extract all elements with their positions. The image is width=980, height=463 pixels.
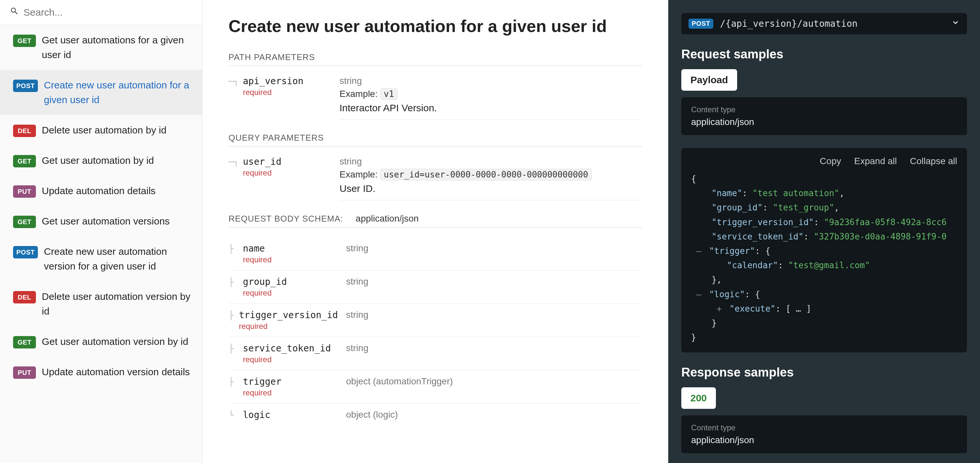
schema-row[interactable]: ├trigger_version_idrequired string [229,304,642,337]
sidebar-item-delete-version[interactable]: DEL Delete user automation version by id [0,281,202,326]
required-label: required [243,289,287,298]
sidebar-item-delete-automation[interactable]: DEL Delete user automation by id [0,115,202,145]
sidebar-item-get-version[interactable]: GET Get user automation version by id [0,326,202,357]
endpoint-label: Get user automation version by id [42,334,192,349]
sidebar-list: GET Get user automations for a given use… [0,25,202,463]
sidebar-item-update-automation[interactable]: PUT Update automation details [0,176,202,206]
param-desc: Interactor API Version. [339,103,642,120]
example-code: user_id=user-0000-0000-0000-000000000000 [380,169,592,181]
body-schema-head: REQUEST BODY SCHEMA: application/json [229,213,642,227]
search-icon [10,6,19,18]
param-type: string [346,276,368,287]
param-name: name [243,243,265,254]
content-type-card: Content type application/json [681,97,967,135]
param-type: string [339,76,642,86]
copy-button[interactable]: Copy [820,156,841,166]
response-200-tab[interactable]: 200 [681,387,716,409]
example-label: Example: [339,169,378,179]
sidebar-item-get-versions[interactable]: GET Get user automation versions [0,206,202,236]
query-param-row: ─┐ user_id required string Example: user… [229,156,642,200]
method-badge: POST [13,246,38,258]
method-badge: PUT [13,186,36,198]
schema-row[interactable]: ├namerequired string [229,237,642,271]
param-name: trigger [243,376,282,387]
endpoint-label: Create new user automation version for a… [44,244,192,273]
method-badge: GET [13,336,36,349]
tree-mark-icon: ├ [229,376,238,387]
param-name: user_id [243,156,282,167]
endpoint-label: Update automation details [42,183,192,198]
tree-mark-icon: ├ [229,343,238,354]
endpoint-label: Create new user automation for a given u… [44,78,192,107]
param-name: trigger_version_id [239,310,338,320]
param-type: object (logic) [346,409,398,420]
body-schema-ct: application/json [356,213,419,224]
content-type-value: application/json [691,435,957,446]
sidebar: GET Get user automations for a given use… [0,0,202,463]
query-parameters-head: QUERY PARAMETERS [229,133,642,146]
search-input[interactable] [24,7,192,18]
param-type: string [346,343,368,354]
json-sample-card: Copy Expand all Collapse all { "name": "… [681,148,967,352]
param-name: api_version [243,76,303,86]
param-desc: User ID. [339,183,642,200]
method-badge: GET [13,155,36,167]
required-label: required [239,322,338,331]
param-name: group_id [243,276,287,287]
sidebar-item-update-version[interactable]: PUT Update automation version details [0,357,202,387]
tree-mark-icon: └ [229,409,238,420]
tree-mark-icon: ─┐ [229,76,238,86]
request-samples-head: Request samples [681,47,967,61]
method-badge: GET [13,35,36,47]
sidebar-item-create-version[interactable]: POST Create new user automation version … [0,236,202,281]
content-type-value: application/json [691,117,957,127]
path-param-row: ─┐ api_version required string Example: … [229,76,642,120]
param-example: Example: user_id=user-0000-0000-0000-000… [339,169,642,180]
param-type: string [339,156,642,167]
endpoint-pill[interactable]: POST /{api_version}/automation [681,13,967,34]
endpoint-label: Get user automation versions [42,214,192,228]
method-badge: POST [13,79,38,92]
json-sample: { "name": "test automation", "group_id":… [691,171,957,344]
param-type: string [346,243,368,254]
expand-all-button[interactable]: Expand all [854,156,897,166]
example-code: v1 [380,88,398,100]
code-actions: Copy Expand all Collapse all [691,156,957,166]
search-bar [0,0,202,25]
schema-row[interactable]: ├group_idrequired string [229,271,642,304]
tree-mark-icon: ─┐ [229,156,238,167]
method-badge: DEL [13,291,36,303]
required-label: required [243,88,303,97]
content-type-label: Content type [691,423,957,432]
endpoint-label: Get user automations for a given user id [42,33,192,62]
payload-tab[interactable]: Payload [681,69,737,91]
schema-row[interactable]: ├triggerrequired object (automationTrigg… [229,370,642,404]
param-type: string [346,310,368,320]
required-label: required [243,255,272,264]
param-name: logic [243,409,270,420]
required-label: required [243,168,282,178]
sidebar-item-get-automations[interactable]: GET Get user automations for a given use… [0,25,202,70]
response-samples-head: Response samples [681,365,967,379]
endpoint-label: Get user automation by id [42,153,192,168]
tree-mark-icon: ├ [229,310,234,320]
page-title: Create new user automation for a given u… [229,16,642,36]
main-content: Create new user automation for a given u… [202,0,668,463]
sidebar-item-create-automation[interactable]: POST Create new user automation for a gi… [0,70,202,115]
endpoint-label: Update automation version details [42,365,192,379]
param-type: object (automationTrigger) [346,376,453,387]
tree-mark-icon: ├ [229,243,238,254]
endpoint-path: /{api_version}/automation [720,18,945,29]
body-schema-label: REQUEST BODY SCHEMA: [229,214,343,224]
path-parameters-head: PATH PARAMETERS [229,52,642,66]
endpoint-label: Delete user automation version by id [42,289,192,319]
method-badge: PUT [13,366,36,379]
endpoint-label: Delete user automation by id [42,123,192,137]
sidebar-item-get-automation[interactable]: GET Get user automation by id [0,145,202,176]
required-label: required [243,388,282,397]
method-badge: POST [689,19,713,29]
schema-row[interactable]: ├service_token_idrequired string [229,337,642,370]
schema-row[interactable]: └logic object (logic) [229,404,642,426]
collapse-all-button[interactable]: Collapse all [910,156,957,166]
chevron-down-icon [951,18,960,29]
